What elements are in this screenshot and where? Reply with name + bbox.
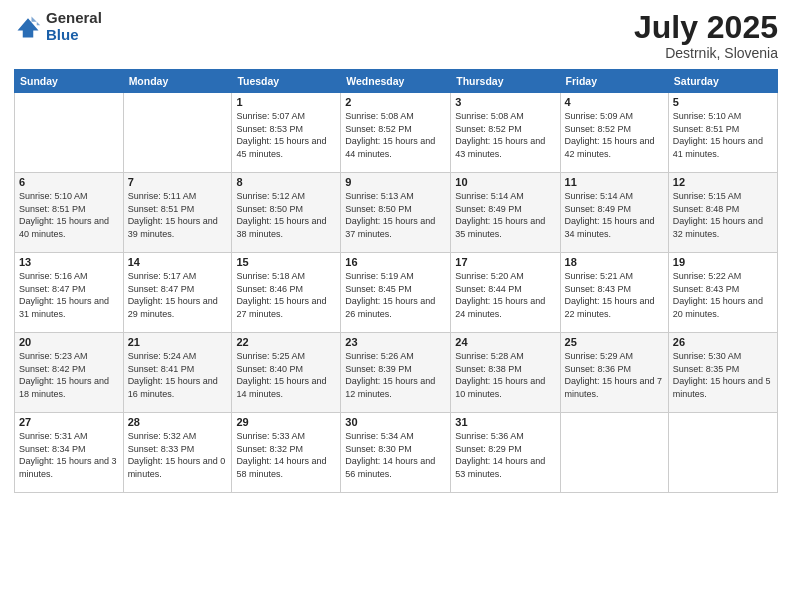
day-number: 27 bbox=[19, 416, 119, 428]
cell-4-2: 29Sunrise: 5:33 AM Sunset: 8:32 PM Dayli… bbox=[232, 413, 341, 493]
day-number: 29 bbox=[236, 416, 336, 428]
header-sunday: Sunday bbox=[15, 70, 124, 93]
header-tuesday: Tuesday bbox=[232, 70, 341, 93]
day-info: Sunrise: 5:30 AM Sunset: 8:35 PM Dayligh… bbox=[673, 350, 773, 400]
cell-0-2: 1Sunrise: 5:07 AM Sunset: 8:53 PM Daylig… bbox=[232, 93, 341, 173]
day-number: 6 bbox=[19, 176, 119, 188]
logo: General Blue bbox=[14, 10, 102, 43]
day-info: Sunrise: 5:34 AM Sunset: 8:30 PM Dayligh… bbox=[345, 430, 446, 480]
location: Destrnik, Slovenia bbox=[634, 45, 778, 61]
cell-3-3: 23Sunrise: 5:26 AM Sunset: 8:39 PM Dayli… bbox=[341, 333, 451, 413]
day-number: 1 bbox=[236, 96, 336, 108]
day-info: Sunrise: 5:14 AM Sunset: 8:49 PM Dayligh… bbox=[455, 190, 555, 240]
day-number: 2 bbox=[345, 96, 446, 108]
cell-1-5: 11Sunrise: 5:14 AM Sunset: 8:49 PM Dayli… bbox=[560, 173, 668, 253]
header-monday: Monday bbox=[123, 70, 232, 93]
cell-0-6: 5Sunrise: 5:10 AM Sunset: 8:51 PM Daylig… bbox=[668, 93, 777, 173]
day-info: Sunrise: 5:19 AM Sunset: 8:45 PM Dayligh… bbox=[345, 270, 446, 320]
cell-3-5: 25Sunrise: 5:29 AM Sunset: 8:36 PM Dayli… bbox=[560, 333, 668, 413]
cell-4-0: 27Sunrise: 5:31 AM Sunset: 8:34 PM Dayli… bbox=[15, 413, 124, 493]
day-info: Sunrise: 5:10 AM Sunset: 8:51 PM Dayligh… bbox=[19, 190, 119, 240]
day-info: Sunrise: 5:09 AM Sunset: 8:52 PM Dayligh… bbox=[565, 110, 664, 160]
day-number: 13 bbox=[19, 256, 119, 268]
cell-4-1: 28Sunrise: 5:32 AM Sunset: 8:33 PM Dayli… bbox=[123, 413, 232, 493]
cell-1-6: 12Sunrise: 5:15 AM Sunset: 8:48 PM Dayli… bbox=[668, 173, 777, 253]
cell-2-5: 18Sunrise: 5:21 AM Sunset: 8:43 PM Dayli… bbox=[560, 253, 668, 333]
month-title: July 2025 bbox=[634, 10, 778, 45]
cell-3-4: 24Sunrise: 5:28 AM Sunset: 8:38 PM Dayli… bbox=[451, 333, 560, 413]
day-number: 21 bbox=[128, 336, 228, 348]
day-number: 3 bbox=[455, 96, 555, 108]
cell-0-1 bbox=[123, 93, 232, 173]
day-info: Sunrise: 5:28 AM Sunset: 8:38 PM Dayligh… bbox=[455, 350, 555, 400]
day-number: 8 bbox=[236, 176, 336, 188]
day-number: 17 bbox=[455, 256, 555, 268]
calendar: Sunday Monday Tuesday Wednesday Thursday… bbox=[14, 69, 778, 493]
day-info: Sunrise: 5:29 AM Sunset: 8:36 PM Dayligh… bbox=[565, 350, 664, 400]
day-info: Sunrise: 5:26 AM Sunset: 8:39 PM Dayligh… bbox=[345, 350, 446, 400]
week-row-1: 6Sunrise: 5:10 AM Sunset: 8:51 PM Daylig… bbox=[15, 173, 778, 253]
cell-0-0 bbox=[15, 93, 124, 173]
day-info: Sunrise: 5:31 AM Sunset: 8:34 PM Dayligh… bbox=[19, 430, 119, 480]
day-info: Sunrise: 5:15 AM Sunset: 8:48 PM Dayligh… bbox=[673, 190, 773, 240]
page: General Blue July 2025 Destrnik, Sloveni… bbox=[0, 0, 792, 612]
day-number: 4 bbox=[565, 96, 664, 108]
cell-3-2: 22Sunrise: 5:25 AM Sunset: 8:40 PM Dayli… bbox=[232, 333, 341, 413]
header-thursday: Thursday bbox=[451, 70, 560, 93]
header-saturday: Saturday bbox=[668, 70, 777, 93]
cell-1-3: 9Sunrise: 5:13 AM Sunset: 8:50 PM Daylig… bbox=[341, 173, 451, 253]
week-row-3: 20Sunrise: 5:23 AM Sunset: 8:42 PM Dayli… bbox=[15, 333, 778, 413]
logo-icon bbox=[14, 13, 42, 41]
day-info: Sunrise: 5:21 AM Sunset: 8:43 PM Dayligh… bbox=[565, 270, 664, 320]
header-row: Sunday Monday Tuesday Wednesday Thursday… bbox=[15, 70, 778, 93]
day-info: Sunrise: 5:32 AM Sunset: 8:33 PM Dayligh… bbox=[128, 430, 228, 480]
day-number: 16 bbox=[345, 256, 446, 268]
cell-2-2: 15Sunrise: 5:18 AM Sunset: 8:46 PM Dayli… bbox=[232, 253, 341, 333]
day-number: 9 bbox=[345, 176, 446, 188]
day-info: Sunrise: 5:33 AM Sunset: 8:32 PM Dayligh… bbox=[236, 430, 336, 480]
day-info: Sunrise: 5:17 AM Sunset: 8:47 PM Dayligh… bbox=[128, 270, 228, 320]
cell-4-5 bbox=[560, 413, 668, 493]
week-row-2: 13Sunrise: 5:16 AM Sunset: 8:47 PM Dayli… bbox=[15, 253, 778, 333]
cell-1-1: 7Sunrise: 5:11 AM Sunset: 8:51 PM Daylig… bbox=[123, 173, 232, 253]
cell-1-4: 10Sunrise: 5:14 AM Sunset: 8:49 PM Dayli… bbox=[451, 173, 560, 253]
title-block: July 2025 Destrnik, Slovenia bbox=[634, 10, 778, 61]
week-row-0: 1Sunrise: 5:07 AM Sunset: 8:53 PM Daylig… bbox=[15, 93, 778, 173]
day-number: 24 bbox=[455, 336, 555, 348]
day-info: Sunrise: 5:11 AM Sunset: 8:51 PM Dayligh… bbox=[128, 190, 228, 240]
cell-4-3: 30Sunrise: 5:34 AM Sunset: 8:30 PM Dayli… bbox=[341, 413, 451, 493]
header-wednesday: Wednesday bbox=[341, 70, 451, 93]
day-number: 19 bbox=[673, 256, 773, 268]
day-number: 14 bbox=[128, 256, 228, 268]
header-friday: Friday bbox=[560, 70, 668, 93]
day-info: Sunrise: 5:22 AM Sunset: 8:43 PM Dayligh… bbox=[673, 270, 773, 320]
cell-0-4: 3Sunrise: 5:08 AM Sunset: 8:52 PM Daylig… bbox=[451, 93, 560, 173]
day-number: 5 bbox=[673, 96, 773, 108]
cell-3-6: 26Sunrise: 5:30 AM Sunset: 8:35 PM Dayli… bbox=[668, 333, 777, 413]
day-number: 31 bbox=[455, 416, 555, 428]
day-number: 18 bbox=[565, 256, 664, 268]
day-info: Sunrise: 5:36 AM Sunset: 8:29 PM Dayligh… bbox=[455, 430, 555, 480]
day-number: 23 bbox=[345, 336, 446, 348]
day-info: Sunrise: 5:16 AM Sunset: 8:47 PM Dayligh… bbox=[19, 270, 119, 320]
day-number: 7 bbox=[128, 176, 228, 188]
day-info: Sunrise: 5:10 AM Sunset: 8:51 PM Dayligh… bbox=[673, 110, 773, 160]
day-number: 11 bbox=[565, 176, 664, 188]
cell-2-3: 16Sunrise: 5:19 AM Sunset: 8:45 PM Dayli… bbox=[341, 253, 451, 333]
day-number: 26 bbox=[673, 336, 773, 348]
cell-4-6 bbox=[668, 413, 777, 493]
day-info: Sunrise: 5:20 AM Sunset: 8:44 PM Dayligh… bbox=[455, 270, 555, 320]
week-row-4: 27Sunrise: 5:31 AM Sunset: 8:34 PM Dayli… bbox=[15, 413, 778, 493]
cell-3-1: 21Sunrise: 5:24 AM Sunset: 8:41 PM Dayli… bbox=[123, 333, 232, 413]
day-info: Sunrise: 5:24 AM Sunset: 8:41 PM Dayligh… bbox=[128, 350, 228, 400]
cell-2-4: 17Sunrise: 5:20 AM Sunset: 8:44 PM Dayli… bbox=[451, 253, 560, 333]
day-number: 15 bbox=[236, 256, 336, 268]
day-number: 12 bbox=[673, 176, 773, 188]
cell-2-1: 14Sunrise: 5:17 AM Sunset: 8:47 PM Dayli… bbox=[123, 253, 232, 333]
day-info: Sunrise: 5:25 AM Sunset: 8:40 PM Dayligh… bbox=[236, 350, 336, 400]
day-info: Sunrise: 5:08 AM Sunset: 8:52 PM Dayligh… bbox=[455, 110, 555, 160]
day-info: Sunrise: 5:07 AM Sunset: 8:53 PM Dayligh… bbox=[236, 110, 336, 160]
logo-blue: Blue bbox=[46, 27, 102, 44]
day-number: 10 bbox=[455, 176, 555, 188]
cell-2-6: 19Sunrise: 5:22 AM Sunset: 8:43 PM Dayli… bbox=[668, 253, 777, 333]
